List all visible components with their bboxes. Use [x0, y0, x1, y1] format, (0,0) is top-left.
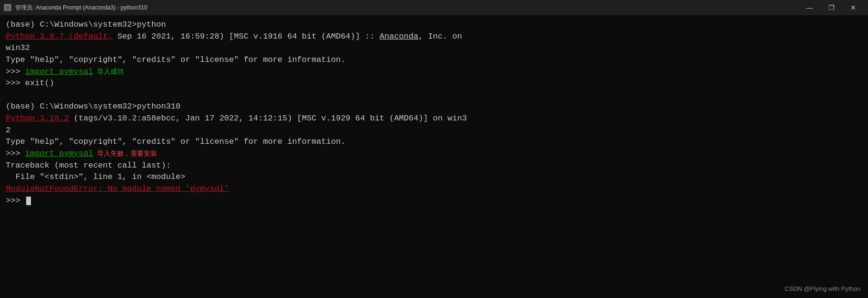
window-title: 管理员: Anaconda Prompt (Anaconda3) - pytho…	[15, 4, 148, 12]
line-5: >>> import pymysql 导入成功	[6, 66, 862, 78]
line-1: (base) C:\Windows\system32>python	[6, 19, 862, 31]
line-10: 2	[6, 125, 862, 137]
line-3: win32	[6, 42, 862, 54]
minimize-button[interactable]: —	[799, 0, 820, 15]
line-2: Python 3.9.7 (default, Sep 16 2021, 16:5…	[6, 31, 862, 43]
python-info-1b: , Inc. on	[418, 32, 462, 41]
prompt-symbol: >>>	[6, 195, 25, 207]
import-cmd-1: import pymysql	[25, 67, 93, 76]
window-controls: — ❐ ✕	[799, 0, 864, 15]
import-cmd-2: import pymysql	[25, 149, 93, 158]
text-line-1: (base) C:\Windows\system32>python	[6, 20, 166, 29]
line-15: ModuleNotFoundError: No module named 'py…	[6, 183, 862, 195]
line-7	[6, 89, 862, 101]
line-16[interactable]: >>>	[6, 195, 862, 207]
title-bar-left: 管理员: Anaconda Prompt (Anaconda3) - pytho…	[4, 4, 148, 12]
line-6: >>> exit()	[6, 78, 862, 89]
terminal-window: 管理员: Anaconda Prompt (Anaconda3) - pytho…	[0, 0, 868, 298]
window-icon	[4, 4, 11, 11]
line-13: Traceback (most recent call last):	[6, 160, 862, 172]
line-11: Type "help", "copyright", "credits" or "…	[6, 136, 862, 148]
line-12: >>> import pymysql 导入失败，需要安装	[6, 148, 862, 160]
python-version-1: Python 3.9.7 (default,	[6, 32, 112, 41]
watermark: CSDN @Flying with Python	[785, 285, 860, 292]
python-info-1: Sep 16 2021, 16:59:28) [MSC v.1916 64 bi…	[112, 32, 379, 41]
line-4: Type "help", "copyright", "credits" or "…	[6, 54, 862, 66]
cursor-blink	[26, 197, 31, 205]
terminal-content: (base) C:\Windows\system32>python Python…	[0, 15, 868, 298]
line-9: Python 3.10.2 (tags/v3.10.2:a58ebcc, Jan…	[6, 113, 862, 125]
close-button[interactable]: ✕	[842, 0, 864, 15]
restore-button[interactable]: ❐	[820, 0, 842, 15]
module-not-found-error: ModuleNotFoundError: No module named 'py…	[6, 184, 229, 193]
title-bar: 管理员: Anaconda Prompt (Anaconda3) - pytho…	[0, 0, 868, 15]
line-8: (base) C:\Windows\system32>python310	[6, 101, 862, 113]
import-success-annotation: 导入成功	[93, 68, 124, 76]
svg-rect-0	[5, 5, 10, 10]
import-fail-annotation: 导入失败，需要安装	[93, 150, 157, 158]
python-version-2: Python 3.10.2	[6, 114, 69, 123]
line-14: File "<stdin>", line 1, in <module>	[6, 171, 862, 183]
anaconda-link: Anaconda	[380, 32, 419, 41]
